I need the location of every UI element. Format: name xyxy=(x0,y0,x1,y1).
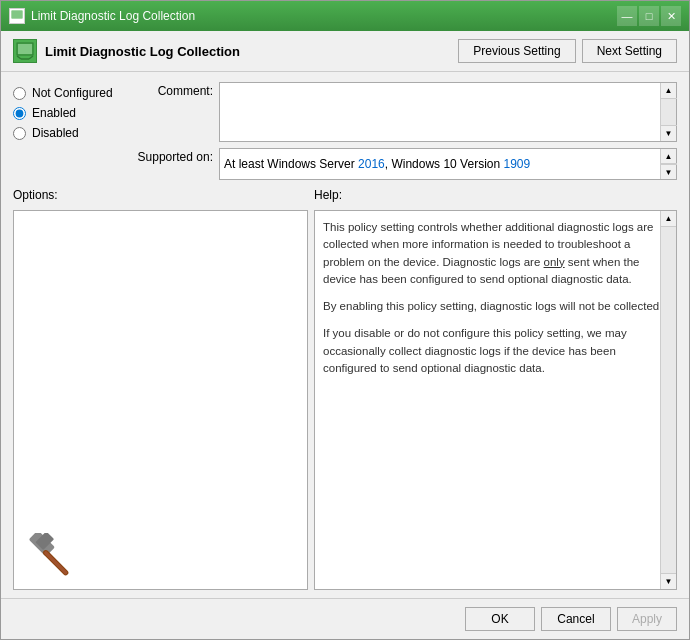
help-scroll-down[interactable]: ▼ xyxy=(661,573,677,589)
title-bar-controls: — □ ✕ xyxy=(617,6,681,26)
next-setting-button[interactable]: Next Setting xyxy=(582,39,677,63)
comment-scroll-down[interactable]: ▼ xyxy=(661,125,677,141)
supported-2016-link[interactable]: 2016 xyxy=(358,157,385,171)
help-para-2: By enabling this policy setting, diagnos… xyxy=(323,298,666,315)
header-buttons: Previous Setting Next Setting xyxy=(458,39,677,63)
enabled-radio[interactable] xyxy=(13,107,26,120)
radio-group: Not Configured Enabled Disabled xyxy=(13,82,123,180)
options-panel xyxy=(13,210,308,590)
comment-row: Comment: ▲ ▼ xyxy=(133,82,677,142)
enabled-label: Enabled xyxy=(32,106,76,120)
svg-line-8 xyxy=(29,56,33,59)
supported-scroll-up[interactable]: ▲ xyxy=(661,149,677,164)
svg-line-13 xyxy=(46,553,66,573)
section-headers: Options: Help: xyxy=(13,188,677,202)
svg-line-3 xyxy=(19,20,23,22)
minimize-button[interactable]: — xyxy=(617,6,637,26)
svg-line-2 xyxy=(11,20,15,22)
help-para-3: If you disable or do not configure this … xyxy=(323,325,666,377)
help-scrollbar: ▲ ▼ xyxy=(660,211,676,589)
help-para-1: This policy setting controls whether add… xyxy=(323,219,666,288)
ok-button[interactable]: OK xyxy=(465,607,535,631)
hammer-icon xyxy=(26,533,70,577)
supported-row: Supported on: At least Windows Server 20… xyxy=(133,148,677,180)
window-title: Limit Diagnostic Log Collection xyxy=(31,9,195,23)
previous-setting-button[interactable]: Previous Setting xyxy=(458,39,575,63)
supported-scroll-down[interactable]: ▼ xyxy=(661,164,677,179)
help-box: This policy setting controls whether add… xyxy=(314,210,677,590)
help-text-content: This policy setting controls whether add… xyxy=(319,215,672,585)
options-box xyxy=(13,210,308,590)
not-configured-radio[interactable] xyxy=(13,87,26,100)
options-header: Options: xyxy=(13,188,58,202)
not-configured-option[interactable]: Not Configured xyxy=(13,86,123,100)
header-icon xyxy=(13,39,37,63)
supported-label: Supported on: xyxy=(133,148,213,164)
supported-1909-link[interactable]: 1909 xyxy=(503,157,530,171)
apply-button[interactable]: Apply xyxy=(617,607,677,631)
title-bar: Limit Diagnostic Log Collection — □ ✕ xyxy=(1,1,689,31)
disabled-label: Disabled xyxy=(32,126,79,140)
help-only-emphasis: only xyxy=(544,256,565,268)
top-section: Not Configured Enabled Disabled Comment: xyxy=(13,82,677,180)
supported-text-prefix: At least Windows Server xyxy=(224,157,358,171)
comment-label: Comment: xyxy=(133,82,213,98)
options-help-panels: This policy setting controls whether add… xyxy=(13,210,677,590)
footer: OK Cancel Apply xyxy=(1,598,689,639)
main-content: Not Configured Enabled Disabled Comment: xyxy=(1,72,689,598)
not-configured-label: Not Configured xyxy=(32,86,113,100)
enabled-option[interactable]: Enabled xyxy=(13,106,123,120)
help-scroll-up[interactable]: ▲ xyxy=(661,211,677,227)
options-header-container: Options: xyxy=(13,188,308,202)
header-left: Limit Diagnostic Log Collection xyxy=(13,39,240,63)
header-bar: Limit Diagnostic Log Collection Previous… xyxy=(1,31,689,72)
disabled-radio[interactable] xyxy=(13,127,26,140)
supported-text-mid: , Windows 10 Version xyxy=(385,157,504,171)
comment-scroll-up[interactable]: ▲ xyxy=(661,83,677,99)
main-window: Limit Diagnostic Log Collection — □ ✕ Li… xyxy=(0,0,690,640)
close-button[interactable]: ✕ xyxy=(661,6,681,26)
window-icon xyxy=(9,8,25,24)
right-section: Comment: ▲ ▼ Supported on: xyxy=(133,82,677,180)
cancel-button[interactable]: Cancel xyxy=(541,607,611,631)
maximize-button[interactable]: □ xyxy=(639,6,659,26)
supported-text-container: At least Windows Server 2016, Windows 10… xyxy=(220,155,660,173)
header-title: Limit Diagnostic Log Collection xyxy=(45,44,240,59)
help-header-container: Help: xyxy=(314,188,677,202)
disabled-option[interactable]: Disabled xyxy=(13,126,123,140)
comment-textarea[interactable] xyxy=(220,83,660,141)
help-header: Help: xyxy=(314,188,342,202)
title-bar-left: Limit Diagnostic Log Collection xyxy=(9,8,195,24)
svg-rect-6 xyxy=(18,44,32,54)
help-panel: This policy setting controls whether add… xyxy=(314,210,677,590)
svg-line-7 xyxy=(17,56,21,59)
svg-rect-1 xyxy=(12,11,22,18)
